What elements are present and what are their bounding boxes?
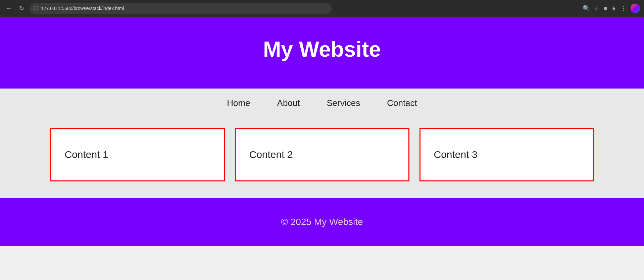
browser-right-icons: 🔍 ☆ ■ ★ ⋮ <box>583 4 640 13</box>
bookmark-star-icon[interactable]: ☆ <box>594 5 599 12</box>
site-title: My Website <box>263 37 381 62</box>
website-wrapper: My Website Home About Services Contact C… <box>0 17 644 246</box>
zoom-icon[interactable]: 🔍 <box>583 5 590 12</box>
content-box-2-text: Content 2 <box>249 149 293 160</box>
site-main: Content 1 Content 2 Content 3 <box>0 118 644 198</box>
site-nav: Home About Services Contact <box>0 89 644 118</box>
profile-icon[interactable] <box>631 4 640 13</box>
content-box-1-text: Content 1 <box>65 149 108 160</box>
back-button[interactable]: ← <box>4 4 13 13</box>
address-host: 127.0.0.1 <box>41 6 60 11</box>
extension-puzzle-icon[interactable]: ■ <box>603 5 607 12</box>
info-icon: ⓘ <box>34 5 38 11</box>
address-text: 127.0.0.1:5500/browserstack/index.html <box>41 6 124 11</box>
nav-item-services[interactable]: Services <box>327 98 360 108</box>
browser-chrome: ← ↻ ⓘ 127.0.0.1:5500/browserstack/index.… <box>0 0 644 17</box>
address-bar[interactable]: ⓘ 127.0.0.1:5500/browserstack/index.html <box>30 3 332 14</box>
menu-icon[interactable]: ⋮ <box>621 5 627 12</box>
content-box-3-text: Content 3 <box>434 149 478 160</box>
nav-item-contact[interactable]: Contact <box>387 98 417 108</box>
footer-text: © 2025 My Website <box>281 217 363 227</box>
content-box-1: Content 1 <box>50 128 225 181</box>
address-path: :5500/browserstack/index.html <box>60 6 124 11</box>
extensions-icon[interactable]: ★ <box>611 5 616 12</box>
content-box-2: Content 2 <box>235 128 409 181</box>
content-box-3: Content 3 <box>419 128 594 181</box>
site-header: My Website <box>0 17 644 89</box>
nav-item-home[interactable]: Home <box>227 98 250 108</box>
nav-item-about[interactable]: About <box>277 98 300 108</box>
reload-button[interactable]: ↻ <box>17 4 26 13</box>
site-footer: © 2025 My Website <box>0 198 644 246</box>
